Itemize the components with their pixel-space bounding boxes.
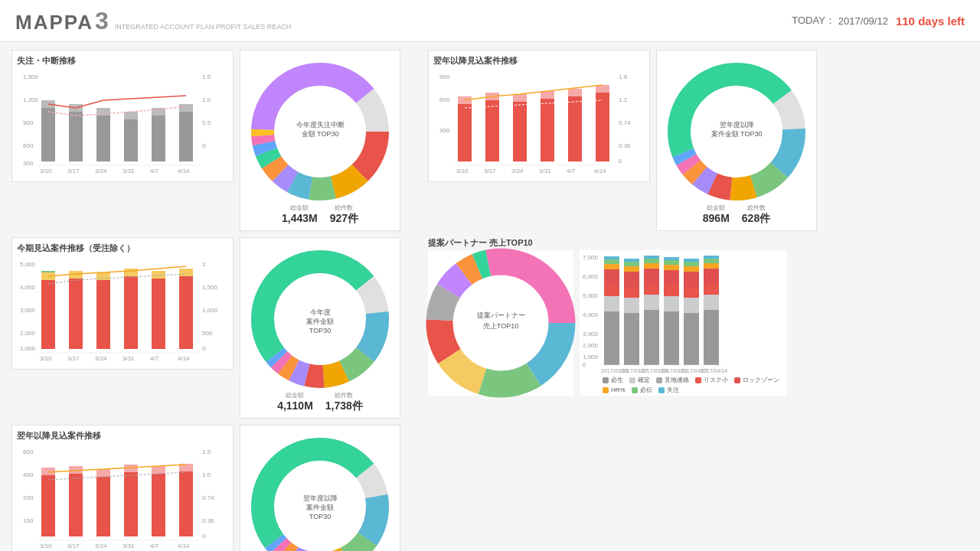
svg-rect-215 [179, 471, 193, 536]
s4-chart: 900 600 300 1.8 1.2 0.74 0.36 0 [433, 70, 640, 177]
svg-rect-16 [124, 112, 138, 119]
row-1: 失注・中断推移 1,500 1,200 900 600 300 1.5 1.0 … [11, 50, 969, 231]
svg-rect-103 [152, 271, 165, 279]
svg-text:0: 0 [583, 361, 586, 368]
svg-text:提案パートナー: 提案パートナー [477, 311, 525, 319]
svg-text:3/17: 3/17 [67, 543, 80, 549]
legend-label-3: 見地連絡 [665, 376, 689, 384]
svg-rect-101 [124, 269, 138, 276]
svg-rect-164 [644, 269, 659, 284]
legend-item-2: 確定 [629, 376, 650, 384]
svg-rect-180 [684, 262, 699, 266]
partner-bar-panel: 7,000 6,000 5,000 4,000 3,000 2,000 1,00… [580, 250, 786, 396]
donut4-count-label: 総件数 [742, 204, 770, 212]
svg-rect-176 [684, 298, 699, 313]
svg-text:3,000: 3,000 [20, 307, 36, 314]
svg-rect-147 [604, 311, 619, 365]
svg-rect-102 [152, 279, 165, 349]
donut2-chart: 今年度 案件金額 TOP30 [251, 250, 389, 388]
svg-text:1.2: 1.2 [619, 96, 628, 103]
svg-text:1.8: 1.8 [619, 73, 628, 80]
svg-rect-53 [485, 100, 499, 161]
partner-bar-chart: 7,000 6,000 5,000 4,000 3,000 2,000 1,00… [580, 250, 786, 373]
svg-text:今年度失注中断: 今年度失注中断 [296, 121, 345, 129]
header: MAPPA 3 INTEGRATED ACCOUNT PLAN PROFIT S… [0, 0, 980, 42]
donut4-total-value: 896M [703, 212, 730, 224]
svg-text:1,200: 1,200 [23, 96, 39, 103]
svg-rect-150 [604, 269, 619, 285]
donut1-stats: 総金額 1,443M 総件数 927件 [282, 204, 358, 226]
legend-dot-3 [656, 377, 662, 383]
svg-rect-162 [644, 295, 659, 310]
svg-text:200: 200 [23, 494, 34, 501]
svg-rect-181 [684, 259, 699, 262]
donut1-panel: 今年度失注中断 金額 TOP30 総金額 1,443M 総件数 927件 [240, 50, 400, 231]
svg-rect-57 [541, 99, 554, 161]
svg-text:4/7: 4/7 [150, 543, 159, 549]
svg-text:0.36: 0.36 [202, 517, 214, 524]
svg-rect-153 [604, 256, 619, 259]
header-date-area: TODAY： 2017/09/12 110 days left [792, 14, 965, 28]
svg-rect-174 [664, 257, 679, 260]
svg-text:900: 900 [23, 119, 34, 126]
svg-rect-59 [568, 96, 582, 161]
donut1-count-value: 927件 [330, 212, 358, 226]
svg-text:4/7: 4/7 [150, 168, 159, 174]
svg-rect-95 [41, 271, 55, 272]
legend-item-3: 見地連絡 [656, 376, 689, 384]
svg-text:4/14: 4/14 [594, 168, 606, 174]
svg-text:4,000: 4,000 [583, 311, 599, 318]
svg-rect-58 [541, 91, 554, 99]
donut2-total: 総金額 4,110M [277, 391, 313, 413]
legend-label-2: 確定 [638, 376, 650, 384]
svg-text:4/7: 4/7 [150, 355, 159, 362]
donut1-total-value: 1,443M [282, 212, 318, 224]
svg-text:案件金額 TOP30: 案件金額 TOP30 [711, 130, 763, 138]
donut2-count-value: 1,738件 [325, 399, 363, 413]
donut3-panel: 翌年度以降 案件金額 TOP30 総金額 896M 総件数 628件 [240, 425, 400, 551]
svg-text:3/31: 3/31 [122, 168, 135, 174]
svg-text:3/31: 3/31 [122, 355, 135, 362]
svg-rect-170 [664, 285, 679, 296]
s2-chart: 5,000 4,000 3,000 2,000 1,000 2 1,500 1,… [17, 257, 224, 364]
svg-text:3/17: 3/17 [484, 168, 496, 174]
svg-text:翌年度以降: 翌年度以降 [720, 121, 754, 129]
legend-item-5: ロックゾーン [734, 376, 779, 384]
svg-text:100: 100 [23, 517, 34, 524]
svg-rect-173 [664, 260, 679, 265]
svg-rect-171 [664, 270, 679, 285]
s3-chart: 600 400 200 100 1.5 1.0 0.74 0.36 0 [17, 445, 224, 551]
svg-text:7,000: 7,000 [583, 254, 599, 261]
today-label: TODAY： [792, 14, 835, 28]
svg-rect-151 [604, 264, 619, 269]
svg-text:5,000: 5,000 [20, 261, 36, 268]
svg-text:1,500: 1,500 [202, 284, 218, 291]
svg-text:3,000: 3,000 [583, 331, 599, 337]
svg-rect-187 [704, 259, 719, 263]
donut1-count-label: 総件数 [330, 204, 358, 212]
svg-text:600: 600 [439, 96, 450, 103]
svg-rect-160 [624, 259, 639, 262]
legend-item-7: 必伝 [632, 386, 652, 394]
svg-rect-169 [664, 296, 679, 311]
svg-text:金額 TOP30: 金額 TOP30 [302, 130, 339, 138]
svg-text:4,000: 4,000 [20, 284, 36, 291]
svg-text:1,000: 1,000 [20, 345, 36, 352]
svg-rect-211 [124, 472, 138, 536]
donut4-total-label: 総金額 [703, 204, 730, 212]
svg-rect-15 [124, 119, 138, 161]
legend-item-8: 失注 [658, 386, 679, 394]
svg-rect-9 [41, 108, 55, 161]
svg-rect-20 [179, 104, 193, 112]
donut2-count-label: 総件数 [325, 391, 363, 399]
svg-text:0: 0 [202, 142, 206, 149]
svg-text:3/17: 3/17 [67, 355, 80, 362]
svg-text:案件金額: 案件金額 [306, 504, 334, 511]
legend-dot-2 [629, 377, 635, 383]
logo-subtitle: INTEGRATED ACCOUNT PLAN PROFIT SALES REA… [115, 23, 292, 31]
donut4-chart: 翌年度以降 案件金額 TOP30 [668, 63, 805, 201]
legend-label-1: 必生 [611, 376, 623, 384]
svg-rect-93 [41, 280, 55, 349]
svg-rect-13 [96, 116, 110, 161]
svg-text:4/14: 4/14 [178, 168, 190, 174]
